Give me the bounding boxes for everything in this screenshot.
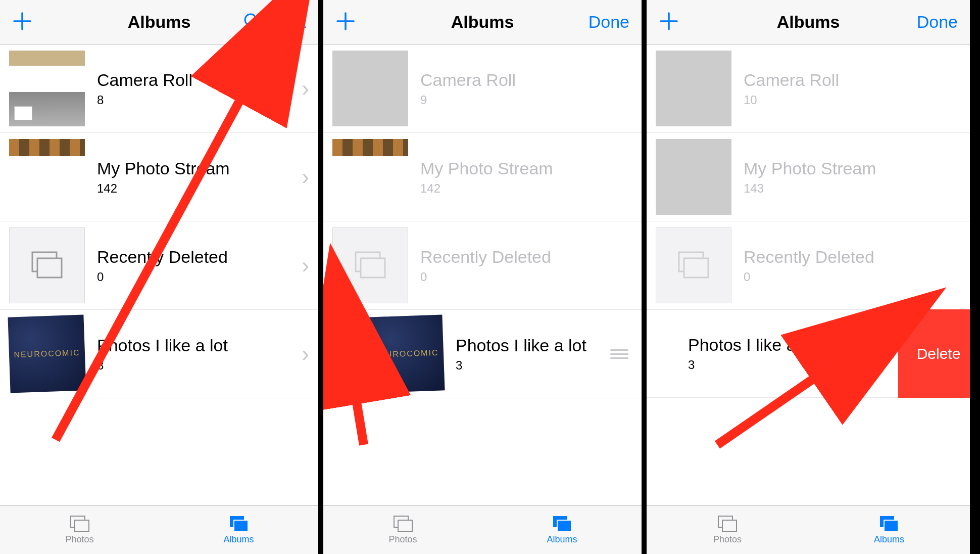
album-count: 0 [97,270,298,284]
albums-tab-icon [551,515,573,533]
svg-rect-3 [37,258,62,278]
album-list: Camera Roll 9 My Photo Stream 142 Recent… [323,44,642,505]
svg-rect-7 [234,520,248,531]
navigation-bar: Albums Edit [0,0,318,44]
album-thumbnail [656,139,731,215]
add-album-button[interactable] [335,11,356,33]
tab-label: Photos [65,534,93,545]
album-thumbnail [332,51,408,126]
album-row-recently-deleted: Recently Deleted 0 [323,221,642,310]
tab-bar: Photos Albums [0,505,318,554]
tab-albums[interactable]: Albums [808,506,970,554]
photos-tab-icon [392,515,414,533]
album-thumbnail: NEUROCOMIC [8,314,86,393]
search-icon[interactable] [242,11,262,33]
album-row-camera-roll[interactable]: Camera Roll 8 › [0,44,318,133]
svg-rect-14 [557,520,571,531]
album-row-camera-roll: Camera Roll 10 [647,44,970,133]
svg-rect-5 [75,520,89,531]
reorder-handle-icon[interactable] [872,349,898,358]
album-count: 3 [456,358,606,373]
albums-tab-icon [878,515,900,533]
tab-label: Albums [547,534,577,545]
album-row-photos-i-like[interactable]: Photos I like a lot 3 Delete [647,310,970,398]
album-count: 10 [744,93,961,107]
album-title: My Photo Stream [420,159,632,178]
page-title: Albums [451,12,514,32]
three-screenshot-stage: Albums Edit Camera Roll 8 › My Phot [0,0,980,554]
album-thumbnail [9,139,85,156]
chevron-right-icon: › [298,341,309,366]
edit-button[interactable]: Edit [276,12,306,32]
tab-albums[interactable]: Albums [159,506,318,554]
album-list: Camera Roll 8 › My Photo Stream 142 › Re… [0,44,318,505]
album-title: My Photo Stream [97,159,298,178]
albums-screen-view-mode: Albums Edit Camera Roll 8 › My Phot [0,0,323,554]
delete-button[interactable]: Delete [898,309,970,398]
page-title: Albums [128,12,191,32]
svg-rect-12 [398,520,412,531]
album-title: Camera Roll [744,70,961,90]
page-title: Albums [777,12,840,32]
album-thumbnail [656,227,731,303]
album-count: 8 [97,93,298,107]
tab-photos[interactable]: Photos [323,506,482,554]
tab-photos[interactable]: Photos [647,506,808,554]
album-thumbnail: NEUROCOMIC [366,314,445,393]
album-row-recently-deleted[interactable]: Recently Deleted 0 › [0,221,318,310]
tab-bar: Photos Albums [323,505,642,554]
album-row-camera-roll: Camera Roll 9 [323,44,642,133]
add-album-button[interactable] [659,11,679,33]
album-thumbnail [332,227,408,303]
photos-tab-icon [716,515,739,533]
tab-label: Photos [713,534,742,545]
album-row-photos-i-like[interactable]: NEUROCOMIC Photos I like a lot 3 › [0,310,318,398]
done-button[interactable]: Done [917,12,958,32]
chevron-right-icon: › [298,164,309,190]
album-title: Camera Roll [420,70,632,90]
svg-rect-21 [884,520,898,531]
album-count: 3 [688,358,872,372]
albums-screen-edit-mode: Albums Done Camera Roll 9 My Photo Strea… [323,0,647,554]
album-row-photo-stream: My Photo Stream 142 [323,133,642,221]
svg-line-1 [255,24,260,29]
album-title: Recently Deleted [97,247,298,267]
album-count: 142 [420,181,632,196]
album-row-recently-deleted: Recently Deleted 0 [647,221,970,310]
add-album-button[interactable] [12,11,32,33]
album-thumbnail [656,51,731,126]
chevron-right-icon: › [298,76,309,101]
album-row-photo-stream: My Photo Stream 143 [647,133,970,221]
done-button[interactable]: Done [589,12,629,32]
navigation-bar: Albums Done [323,0,642,44]
album-count: 0 [420,270,632,284]
album-count: 143 [744,181,961,196]
album-title: Photos I like a lot [97,336,298,355]
album-thumbnail [9,227,85,303]
photos-tab-icon [69,515,91,533]
delete-minus-button[interactable] [332,343,355,365]
tab-label: Photos [388,534,417,545]
tab-label: Albums [874,534,904,545]
albums-screen-delete-revealed: Albums Done Camera Roll 10 My Photo Stre… [647,0,970,554]
album-title: Photos I like a lot [456,336,606,355]
album-title: My Photo Stream [744,159,961,178]
album-row-photos-i-like[interactable]: NEUROCOMIC Photos I like a lot 3 [323,310,642,398]
svg-point-0 [245,14,256,25]
album-row-photo-stream[interactable]: My Photo Stream 142 › [0,133,318,221]
svg-rect-10 [361,258,385,278]
album-title: Camera Roll [97,70,298,90]
tab-albums[interactable]: Albums [482,506,642,554]
album-thumbnail [9,51,85,126]
album-count: 0 [744,270,961,284]
svg-rect-17 [684,258,708,278]
album-title: Photos I like a lot [688,335,872,355]
navigation-bar: Albums Done [647,0,970,44]
chevron-right-icon: › [298,253,309,278]
album-list: Camera Roll 10 My Photo Stream 143 Recen… [647,44,970,505]
tab-photos[interactable]: Photos [0,506,159,554]
tab-label: Albums [223,534,254,545]
album-thumbnail [332,139,408,156]
album-title: Recently Deleted [744,247,961,267]
reorder-handle-icon[interactable] [606,349,632,359]
